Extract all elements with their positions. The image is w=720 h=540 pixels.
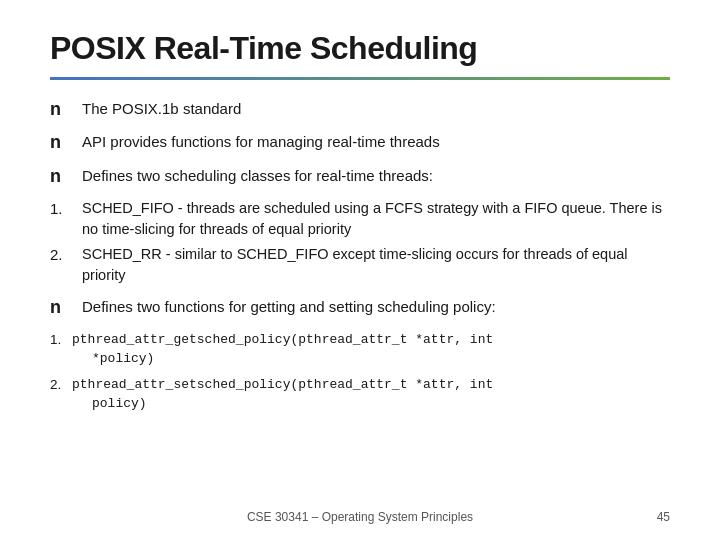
code-item-1: 1. pthread_attr_getsched_policy(pthread_…: [50, 330, 670, 369]
num-marker-1: 1.: [50, 198, 78, 219]
num-marker-2: 2.: [50, 244, 78, 265]
code-text-1: pthread_attr_getsched_policy(pthread_att…: [72, 330, 493, 369]
slide-title: POSIX Real-Time Scheduling: [50, 30, 670, 67]
bullet-text-4: Defines two functions for getting and se…: [82, 296, 496, 317]
bullet-item-4: n Defines two functions for getting and …: [50, 296, 670, 319]
divider: [50, 77, 670, 80]
code-line-2-2: policy): [72, 394, 493, 414]
code-num-1: 1.: [50, 330, 72, 350]
footer: CSE 30341 – Operating System Principles …: [0, 510, 720, 524]
bullet-item-2: n API provides functions for managing re…: [50, 131, 670, 154]
code-text-2: pthread_attr_setsched_policy(pthread_att…: [72, 375, 493, 414]
bullet-marker-2: n: [50, 131, 78, 154]
bullets-section: n The POSIX.1b standard n API provides f…: [50, 98, 670, 414]
bullet-marker-3: n: [50, 165, 78, 188]
num-text-1: SCHED_FIFO - threads are scheduled using…: [82, 198, 670, 240]
code-num-2: 2.: [50, 375, 72, 395]
code-section: 1. pthread_attr_getsched_policy(pthread_…: [50, 330, 670, 414]
bullet-text-1: The POSIX.1b standard: [82, 98, 241, 119]
bullet-text-2: API provides functions for managing real…: [82, 131, 440, 152]
footer-page: 45: [657, 510, 670, 524]
num-text-2: SCHED_RR - similar to SCHED_FIFO except …: [82, 244, 670, 286]
bullet-marker-1: n: [50, 98, 78, 121]
code-item-2: 2. pthread_attr_setsched_policy(pthread_…: [50, 375, 670, 414]
bullet-text-3: Defines two scheduling classes for real-…: [82, 165, 433, 186]
numbered-item-2: 2. SCHED_RR - similar to SCHED_FIFO exce…: [50, 244, 670, 286]
numbered-list: 1. SCHED_FIFO - threads are scheduled us…: [50, 198, 670, 286]
bullet-item-1: n The POSIX.1b standard: [50, 98, 670, 121]
bullet-marker-4: n: [50, 296, 78, 319]
slide: POSIX Real-Time Scheduling n The POSIX.1…: [0, 0, 720, 540]
code-line-2-1: pthread_attr_setsched_policy(pthread_att…: [72, 375, 493, 395]
code-line-1-2: *policy): [72, 349, 493, 369]
footer-course: CSE 30341 – Operating System Principles: [0, 510, 720, 524]
code-line-1-1: pthread_attr_getsched_policy(pthread_att…: [72, 330, 493, 350]
numbered-item-1: 1. SCHED_FIFO - threads are scheduled us…: [50, 198, 670, 240]
bullet-item-3: n Defines two scheduling classes for rea…: [50, 165, 670, 188]
